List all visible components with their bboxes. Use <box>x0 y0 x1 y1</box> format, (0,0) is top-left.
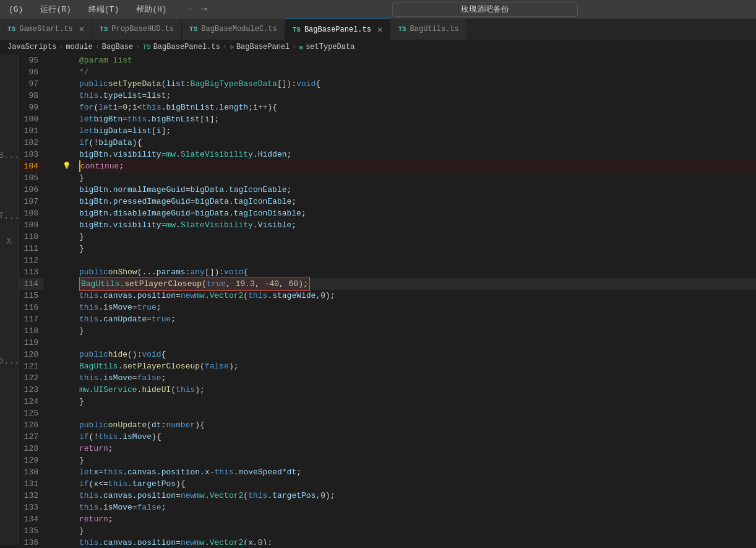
line-number: 102 <box>19 137 43 149</box>
line-number: 126 <box>19 419 43 431</box>
line-number: 120 <box>19 349 43 360</box>
line-number: 128 <box>19 443 43 454</box>
line-number: 118 <box>19 325 43 337</box>
line-number: 127 <box>19 431 43 443</box>
ts-badge: TS <box>100 25 108 33</box>
line-number: 134 <box>19 513 43 525</box>
close-icon[interactable]: ✕ <box>377 25 382 34</box>
breadcrumb-part[interactable]: setTypeData <box>306 43 354 51</box>
code-line: bigBtn.disableImageGuid = bigData.tagIco… <box>79 207 756 219</box>
indicator-cell <box>62 358 74 370</box>
breadcrumb-part[interactable]: JavaScripts <box>7 43 56 51</box>
code-line: BagUtils.setPlayerCloseup(false); <box>79 360 756 372</box>
indicator-cell <box>62 78 74 90</box>
breadcrumb-part[interactable]: BagBasePanel <box>236 43 290 51</box>
indicator-cell <box>62 405 74 417</box>
gutter-icon-b[interactable]: B... <box>0 149 19 162</box>
code-line: } <box>79 525 756 537</box>
line-number: 97 <box>19 78 43 90</box>
breadcrumb-part[interactable]: BagBase <box>102 43 133 51</box>
code-line: public setTypeData(list: BagBigTypeBaseD… <box>79 78 756 90</box>
indicator-col: 💡 <box>62 54 74 545</box>
indicator-cell <box>62 346 74 358</box>
line-number: 117 <box>19 313 43 325</box>
line-number: 95 <box>19 54 43 66</box>
line-number: 105 <box>19 172 43 184</box>
indicator-cell <box>62 510 74 522</box>
line-number: 100 <box>19 113 43 125</box>
tab-label: BagUtils.ts <box>410 25 459 33</box>
code-line: this.typeList = list; <box>79 90 756 102</box>
line-number: 109 <box>19 219 43 231</box>
indicator-cell <box>62 183 74 194</box>
indicator-cell <box>62 54 74 66</box>
gutter-icon-x[interactable]: X <box>0 235 19 248</box>
code-line: } <box>79 396 756 407</box>
line-number: 103 <box>19 149 43 160</box>
line-number: 123 <box>19 384 43 396</box>
line-number: 101 <box>19 125 43 137</box>
code-line: this.isMove = false; <box>79 372 756 384</box>
bulb-icon[interactable]: 💡 <box>62 162 71 170</box>
code-line <box>79 254 756 266</box>
back-arrow[interactable]: ← <box>186 2 197 16</box>
search-bar <box>220 2 751 17</box>
tab-label: BagBasePanel.ts <box>304 25 371 34</box>
indicator-cell <box>62 172 74 183</box>
tab-bagutils[interactable]: TS BagUtils.ts <box>390 19 466 40</box>
forward-arrow[interactable]: → <box>199 2 210 16</box>
line-number: 110 <box>19 231 43 243</box>
menu-item-g[interactable]: (G) <box>5 2 27 17</box>
line-number: 108 <box>19 207 43 219</box>
code-line: } <box>79 454 756 466</box>
code-line: continue; <box>79 160 756 172</box>
tab-gamestart[interactable]: TS GameStart.ts ✕ <box>0 19 92 40</box>
tab-bagbasepanel[interactable]: TS BagBasePanel.ts ✕ <box>285 19 391 40</box>
line-number: 119 <box>19 337 43 349</box>
tab-propbasehud[interactable]: TS PropBaseHUD.ts <box>92 19 182 40</box>
line-number: 129 <box>19 454 43 466</box>
indicator-cell <box>62 417 74 428</box>
gutter-icon-b2[interactable]: b... <box>0 354 19 368</box>
line-number: 116 <box>19 302 43 313</box>
tab-bagbasemodule[interactable]: TS BagBaseModuleC.ts <box>182 19 285 40</box>
line-number: 115 <box>19 290 43 302</box>
line-number: 130 <box>19 466 43 478</box>
code-line: return; <box>79 443 756 454</box>
code-line: let bigBtn = this.bigBtnList[i]; <box>79 113 756 125</box>
indicator-cell <box>62 487 74 498</box>
code-line: } <box>79 172 756 184</box>
breadcrumb-part[interactable]: module <box>66 43 92 51</box>
indicator-cell <box>62 90 74 102</box>
code-line: this.canvas.position = new mw.Vector2(th… <box>79 490 756 502</box>
code-line: this.canvas.position = new mw.Vector2(th… <box>79 290 756 302</box>
breadcrumb-part[interactable]: BagBasePanel.ts <box>153 43 220 51</box>
gutter-icon-t[interactable]: T... <box>0 209 19 223</box>
indicator-cell <box>62 370 74 381</box>
code-line: if (!bigData) { <box>79 137 756 149</box>
close-icon[interactable]: ✕ <box>79 25 84 33</box>
code-line: if (!this.isMove) { <box>79 431 756 443</box>
tab-label: BagBaseModuleC.ts <box>201 25 277 33</box>
menu-item-run[interactable]: 运行(R) <box>37 1 74 17</box>
nav-arrows: ← → <box>186 2 210 16</box>
code-line: public onUpdate(dt: number) { <box>79 419 756 431</box>
line-number: 131 <box>19 478 43 490</box>
line-number: 121 <box>19 360 43 372</box>
search-input[interactable] <box>392 2 578 17</box>
indicator-cell <box>62 521 74 533</box>
code-line: mw.UIService.hideUI(this); <box>79 384 756 396</box>
left-gutter: B... T... X b... <box>0 54 19 545</box>
code-line: bigBtn.visibility = mw.SlateVisibility.V… <box>79 219 756 231</box>
menu-item-help[interactable]: 帮助(H) <box>132 1 170 17</box>
ts-badge: TS <box>293 26 301 33</box>
code-line: bigBtn.normalImageGuid = bigData.tagIcon… <box>79 184 756 196</box>
line-number: 96 <box>19 66 43 78</box>
indicator-cell <box>62 300 74 311</box>
code-line: @param list <box>79 54 756 66</box>
code-line: if (x <= this.targetPos) { <box>79 478 756 490</box>
indicator-cell <box>62 288 74 300</box>
indicator-cell <box>62 393 74 405</box>
menu-item-terminal[interactable]: 终端(T) <box>85 1 122 17</box>
ts-badge: TS <box>7 25 15 33</box>
